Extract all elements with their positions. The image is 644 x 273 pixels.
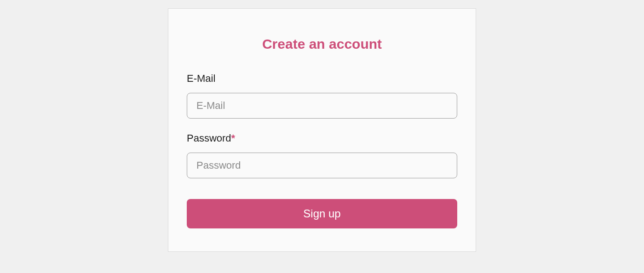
password-label: Password* xyxy=(187,132,457,144)
password-input[interactable] xyxy=(187,153,457,178)
signup-button[interactable]: Sign up xyxy=(187,199,457,228)
form-title: Create an account xyxy=(187,36,457,52)
email-input[interactable] xyxy=(187,93,457,119)
email-label: E-Mail xyxy=(187,73,457,85)
required-marker: * xyxy=(231,132,236,144)
signup-card: Create an account E-Mail Password* Sign … xyxy=(168,8,476,252)
password-group: Password* xyxy=(187,132,457,178)
password-label-text: Password xyxy=(187,132,231,144)
email-group: E-Mail xyxy=(187,73,457,119)
